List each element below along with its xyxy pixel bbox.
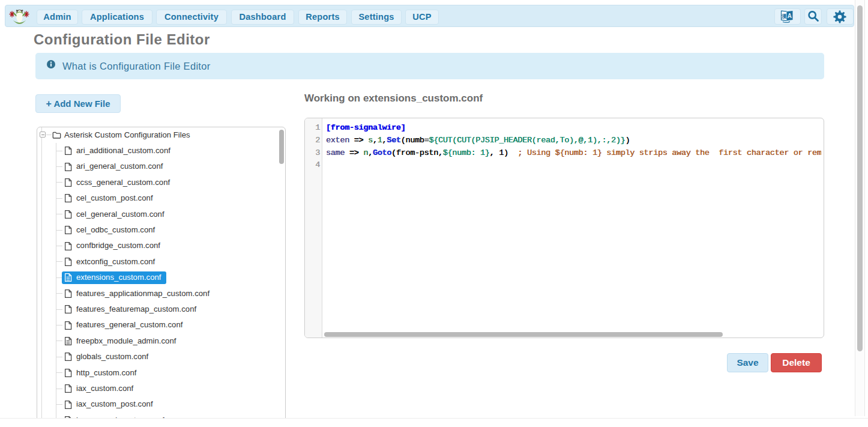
svg-text:A: A: [788, 13, 792, 19]
svg-text:漢: 漢: [782, 13, 787, 19]
